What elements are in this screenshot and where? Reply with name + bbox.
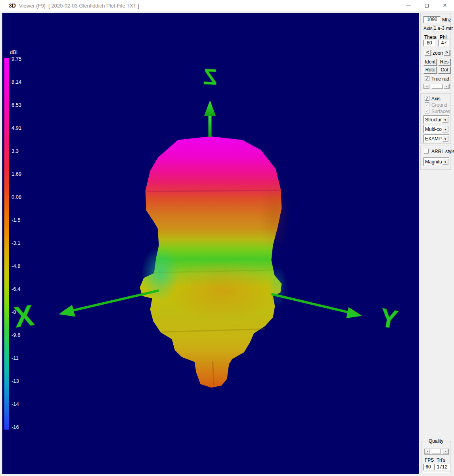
true-rad-checkbox[interactable]: ✓ [425,76,429,81]
quality-group-title: Quality [427,438,445,444]
axis-scale-label: Axis [423,26,433,31]
rotation-scrollbar[interactable]: ◄ ► [423,84,450,89]
document-title: [ 2020-02-03 Glenfiddich Plot-File.TXT ] [48,3,139,9]
check-icon: ✓ [425,102,429,107]
3d-scene: Z X Y [2,13,419,474]
surfaces-checkbox: ✓ [425,109,429,113]
true-rad-label: True rad. [431,76,450,82]
scroll-right-icon[interactable]: ► [444,84,449,89]
scale-tick: -13 [11,378,29,384]
x-axis-arrow [59,290,159,317]
theta-label: Theta [424,35,437,40]
app-title: Viewer (F9) [19,3,46,9]
scale-tick: 4.91 [11,125,29,131]
style-group: ARRL style Magnituc ▼ [420,146,451,170]
y-axis-label: Y [378,302,400,334]
control-panel: 1090 Mhz Axis 1.e-3 mtr Theta Phi 80 47 … [419,11,454,476]
scale-tick: -14 [11,401,29,407]
scale-tick: -9.6 [11,332,29,338]
tris-value: 1712 [434,464,450,470]
arrl-style-checkbox[interactable] [424,149,429,154]
chevron-down-icon[interactable]: ▼ [442,158,448,165]
magnitude-dropdown-value: Magnituc [425,159,443,165]
chevron-down-icon[interactable]: ▼ [442,135,448,142]
maximize-button[interactable] [418,0,436,11]
x-axis-label: X [12,299,36,334]
scroll-left-icon[interactable]: ◄ [425,449,430,454]
tris-label: Tri's [437,457,445,463]
scale-tick: -6.4 [11,286,29,292]
scale-tick: 6.53 [11,102,29,108]
quality-group: Quality ◄ ► FPS Tri's 60 1712 [421,441,451,473]
scroll-right-icon[interactable]: ► [443,449,448,454]
ground-checkbox-label: Ground [431,102,447,108]
frequency-input[interactable]: 1090 [423,16,441,23]
3d-viewport[interactable]: Z X Y dBi 9.75 8.14 6.53 4.91 3.3 1.69 0… [2,13,419,474]
axis-scale-unit-label: mtr [446,26,453,31]
maximize-icon [425,4,429,8]
scale-tick: -4.8 [11,263,29,269]
theta-input[interactable]: 80 [423,40,435,46]
scale-tick: -1.5 [11,217,29,223]
scale-tick: -8 [11,309,29,315]
example-dropdown[interactable]: EXAMPLI ▼ [423,134,449,143]
radiation-pattern-blob [140,136,291,388]
zoom-in-button[interactable]: > [443,50,450,56]
rotation-scrollbar-thumb[interactable] [431,84,443,89]
z-axis-arrow [204,100,216,137]
color-mode-dropdown[interactable]: Multi-colo ▼ [423,125,449,133]
scale-unit-label: dBi [10,49,17,55]
ident-button[interactable]: Ident [423,59,437,66]
check-icon: ✓ [425,96,429,101]
structure-dropdown[interactable]: Structure ▼ [423,115,449,124]
check-icon: ✓ [425,76,429,81]
col-button[interactable]: Col [438,67,450,74]
z-axis-label: Z [203,64,218,90]
scale-tick: -3.1 [11,240,29,246]
phi-label: Phi [440,35,446,40]
surfaces-checkbox-label: Surfaces [431,109,450,114]
axis-scale-input[interactable]: 1.e-3 [433,25,445,32]
display-options-group: ✓ Axis ✓ Ground ✓ Surfaces Structure ▼ M… [420,93,451,144]
minimize-icon: — [406,2,411,8]
scale-tick: 3.3 [11,148,29,154]
quality-slider-thumb[interactable] [432,449,441,454]
structure-dropdown-value: Structure [425,117,443,123]
ground-checkbox: ✓ [425,102,429,107]
titlebar: 3D Viewer (F9) [ 2020-02-03 Glenfiddich … [0,0,454,11]
res-button[interactable]: Res [438,59,450,66]
minimize-button[interactable]: — [399,0,418,11]
scale-tick: -16 [11,424,29,430]
app-icon: 3D [9,2,16,9]
example-dropdown-value: EXAMPLI [425,136,443,142]
check-icon: ✓ [425,108,429,114]
arrl-style-label: ARRL style [431,149,454,154]
close-icon: ✕ [443,2,447,8]
scale-tick: 9.75 [11,56,29,62]
chevron-down-icon[interactable]: ▼ [442,116,448,123]
scale-tick: 8.14 [11,79,29,85]
scroll-left-icon[interactable]: ◄ [424,84,429,89]
close-button[interactable]: ✕ [436,0,454,11]
fps-label: FPS [425,457,434,463]
magnitude-dropdown[interactable]: Magnituc ▼ [423,157,449,166]
quality-slider[interactable]: ◄ ► [424,449,449,455]
gain-colorbar [4,58,9,430]
frequency-unit-label: Mhz [442,17,451,23]
zoom-label: zoom [433,50,444,56]
chevron-down-icon[interactable]: ▼ [442,126,448,132]
scale-tick: 1.69 [11,171,29,177]
axis-checkbox[interactable]: ✓ [425,96,429,101]
y-axis-arrow [271,294,362,318]
rotc-button[interactable]: Rotc [423,67,437,74]
zoom-out-button[interactable]: < [424,50,431,56]
phi-input[interactable]: 47 [438,40,450,46]
fps-value: 60 [423,464,433,470]
view-controls-group: 1090 Mhz Axis 1.e-3 mtr Theta Phi 80 47 … [420,13,451,91]
color-mode-dropdown-value: Multi-colo [425,127,443,132]
axis-checkbox-label: Axis [431,96,441,102]
scale-tick: -11 [11,355,29,361]
scale-tick: 0.08 [11,194,29,200]
